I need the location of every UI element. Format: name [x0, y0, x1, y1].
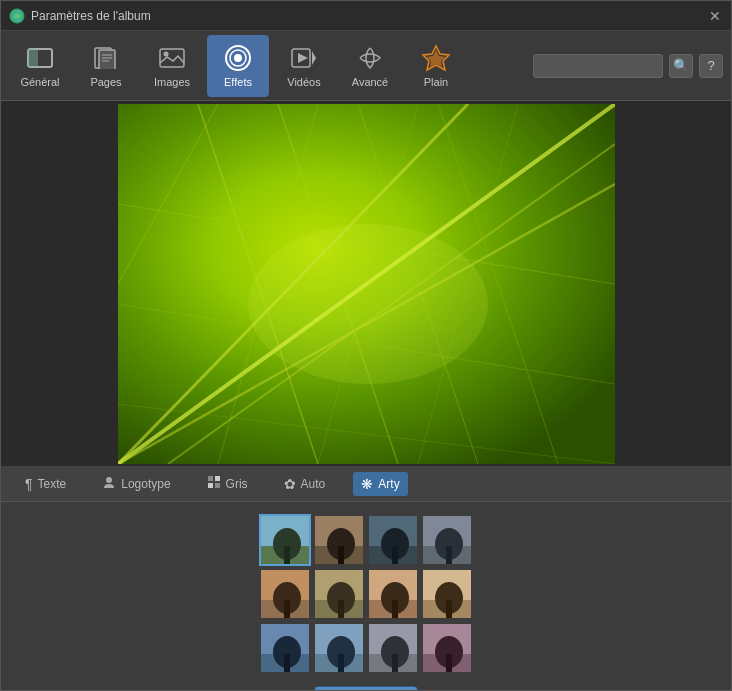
effets-icon: [224, 44, 252, 72]
thumb-3[interactable]: [367, 514, 419, 566]
search-area: 🔍 ?: [533, 54, 723, 78]
svg-rect-83: [392, 654, 398, 674]
svg-rect-59: [284, 600, 290, 620]
svg-rect-87: [446, 654, 452, 674]
svg-rect-2: [28, 49, 38, 67]
help-button[interactable]: ?: [699, 54, 723, 78]
svg-rect-75: [284, 654, 290, 674]
svg-rect-47: [338, 546, 344, 566]
close-window-button[interactable]: ✕: [707, 8, 723, 24]
general-icon: [26, 44, 54, 72]
tab-effets[interactable]: Effets: [207, 35, 269, 97]
texte-icon: ¶: [25, 476, 33, 492]
thumb-10[interactable]: [313, 622, 365, 674]
title-bar: Paramètres de l'album ✕: [1, 1, 731, 31]
svg-rect-71: [446, 600, 452, 620]
svg-point-34: [248, 224, 488, 384]
svg-point-35: [106, 477, 112, 483]
arty-label: Arty: [378, 477, 399, 491]
tab-pages[interactable]: Pages: [75, 35, 137, 97]
general-label: Général: [20, 76, 59, 88]
svg-rect-37: [215, 476, 220, 481]
arty-icon: ❋: [361, 476, 373, 492]
plain-label: Plain: [424, 76, 448, 88]
tab-texte[interactable]: ¶ Texte: [17, 472, 74, 496]
thumb-4[interactable]: [421, 514, 473, 566]
tab-avance[interactable]: Avancé: [339, 35, 401, 97]
tab-plain[interactable]: Plain: [405, 35, 467, 97]
svg-rect-39: [215, 483, 220, 488]
thumb-8[interactable]: [421, 568, 473, 620]
avance-icon: [356, 44, 384, 72]
thumb-12[interactable]: [421, 622, 473, 674]
effect-tabs: ¶ Texte Logotype Gris: [1, 466, 731, 502]
svg-rect-36: [208, 476, 213, 481]
svg-rect-51: [392, 546, 398, 566]
auto-label: Auto: [301, 477, 326, 491]
effets-label: Effets: [224, 76, 252, 88]
preview-area: [1, 101, 731, 466]
tab-videos[interactable]: Vidéos: [273, 35, 335, 97]
toolbar: Général Pages: [1, 31, 731, 101]
close-button[interactable]: Fermer: [314, 686, 419, 690]
logotype-label: Logotype: [121, 477, 170, 491]
auto-icon: ✿: [284, 476, 296, 492]
window-title: Paramètres de l'album: [31, 9, 707, 23]
svg-marker-14: [312, 51, 316, 65]
tab-general[interactable]: Général: [9, 35, 71, 97]
svg-point-9: [164, 51, 169, 56]
tab-gris[interactable]: Gris: [199, 471, 256, 496]
main-window: Paramètres de l'album ✕ Général: [0, 0, 732, 691]
svg-rect-4: [99, 50, 115, 69]
thumbnail-grid: [259, 514, 473, 674]
thumb-2[interactable]: [313, 514, 365, 566]
thumb-6[interactable]: [313, 568, 365, 620]
thumbnail-grid-area: Fermer: [1, 502, 731, 690]
svg-rect-55: [446, 546, 452, 566]
thumb-9[interactable]: [259, 622, 311, 674]
svg-rect-63: [338, 600, 344, 620]
gris-label: Gris: [226, 477, 248, 491]
search-input[interactable]: [533, 54, 663, 78]
svg-rect-79: [338, 654, 344, 674]
texte-label: Texte: [38, 477, 67, 491]
svg-rect-67: [392, 600, 398, 620]
thumb-7[interactable]: [367, 568, 419, 620]
tab-arty[interactable]: ❋ Arty: [353, 472, 407, 496]
images-icon: [158, 44, 186, 72]
thumb-11[interactable]: [367, 622, 419, 674]
thumb-1[interactable]: [259, 514, 311, 566]
leaf-preview: [118, 104, 615, 464]
svg-rect-38: [208, 483, 213, 488]
svg-rect-43: [284, 546, 290, 566]
videos-icon: [290, 44, 318, 72]
svg-point-12: [234, 54, 242, 62]
search-button[interactable]: 🔍: [669, 54, 693, 78]
images-label: Images: [154, 76, 190, 88]
svg-marker-15: [298, 53, 308, 63]
gris-icon: [207, 475, 221, 492]
tab-images[interactable]: Images: [141, 35, 203, 97]
tab-auto[interactable]: ✿ Auto: [276, 472, 334, 496]
close-btn-area: Fermer: [314, 678, 419, 690]
logotype-icon: [102, 475, 116, 492]
plain-icon: [422, 44, 450, 72]
thumb-5[interactable]: [259, 568, 311, 620]
pages-label: Pages: [90, 76, 121, 88]
avance-label: Avancé: [352, 76, 389, 88]
app-icon: [9, 8, 25, 24]
content-area: ¶ Texte Logotype Gris: [1, 101, 731, 690]
tab-logotype[interactable]: Logotype: [94, 471, 178, 496]
pages-icon: [92, 44, 120, 72]
videos-label: Vidéos: [287, 76, 320, 88]
